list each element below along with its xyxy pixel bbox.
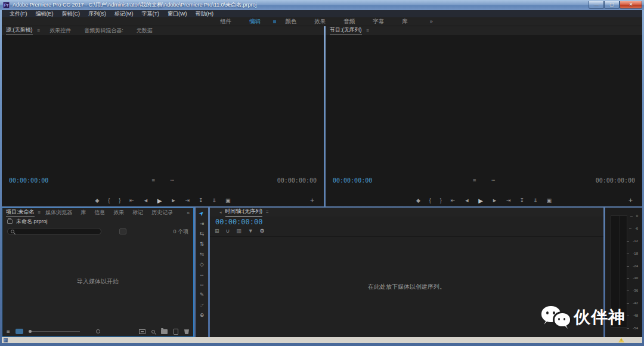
linked-selection-icon[interactable]: ▥ <box>236 228 242 234</box>
workspace-tab-titles[interactable]: 字幕 <box>373 18 384 26</box>
tab-media-browser[interactable]: 媒体浏览器 <box>45 209 72 217</box>
tab-metadata[interactable]: 元数据 <box>137 27 153 35</box>
tab-info[interactable]: 信息 <box>94 209 105 217</box>
add-marker-icon[interactable]: ▼ <box>248 228 253 234</box>
program-current-timecode[interactable]: 00:00:00:00 <box>333 177 372 184</box>
hand-tool[interactable]: ☞ <box>199 302 204 308</box>
go-to-in-button[interactable]: ⇤ <box>129 197 134 203</box>
export-frame-button[interactable]: ▣ <box>547 197 552 203</box>
new-bin-icon[interactable] <box>161 329 168 334</box>
panel-menu-icon[interactable]: ≡ <box>38 28 41 33</box>
tab-source[interactable]: 源:(无剪辑) <box>6 26 33 35</box>
play-button[interactable]: ▶ <box>157 197 162 204</box>
workspace-overflow-icon[interactable]: » <box>430 18 433 24</box>
monitor-settings-icon[interactable]: ≡ <box>152 177 155 183</box>
icon-view-button[interactable] <box>16 329 23 334</box>
nest-insert-icon[interactable]: ⊞ <box>215 228 219 234</box>
menu-title[interactable]: 字幕(T) <box>138 10 164 17</box>
delete-icon[interactable] <box>184 329 189 334</box>
rolling-edit-tool[interactable]: ⇅ <box>200 241 205 247</box>
project-empty-area[interactable]: 导入媒体以开始 <box>2 237 193 326</box>
monitor-more-icon[interactable]: ⋯ <box>171 177 174 183</box>
workspace-tab-color[interactable]: 颜色 <box>285 18 296 26</box>
add-marker-button[interactable]: ◆ <box>416 197 420 203</box>
minimize-button[interactable]: — <box>589 1 604 9</box>
menu-edit[interactable]: 编辑(E) <box>32 10 58 17</box>
source-current-timecode[interactable]: 00:00:00:00 <box>9 177 48 184</box>
ripple-edit-tool[interactable]: ⇆ <box>200 231 205 237</box>
step-forward-button[interactable]: ► <box>171 197 177 203</box>
workspace-tab-effects[interactable]: 效果 <box>314 18 326 26</box>
workspace-tab-assembly[interactable]: 组件 <box>220 18 231 26</box>
overwrite-button[interactable]: ⇓ <box>212 197 217 203</box>
tab-markers[interactable]: 标记 <box>132 209 143 217</box>
add-marker-button[interactable]: ◆ <box>95 197 99 203</box>
thumbnail-zoom-slider[interactable] <box>29 330 80 333</box>
tab-history[interactable]: 历史记录 <box>151 209 173 217</box>
extract-button[interactable]: ⇓ <box>533 197 538 203</box>
workspace-tab-menu-icon[interactable] <box>273 20 276 23</box>
go-to-out-button[interactable]: ⇥ <box>506 197 511 203</box>
workspace-tab-audio[interactable]: 音频 <box>343 18 355 26</box>
button-editor-plus[interactable]: + <box>310 196 314 205</box>
slide-tool[interactable]: ⇔ <box>199 282 205 288</box>
play-button[interactable]: ▶ <box>478 197 483 204</box>
monitor-settings-icon[interactable]: ≡ <box>473 177 476 183</box>
automate-to-sequence-icon[interactable] <box>139 329 145 334</box>
menu-clip[interactable]: 剪辑(C) <box>58 10 85 17</box>
tab-audio-clip-mixer[interactable]: 音频剪辑混合器: <box>84 27 123 35</box>
tab-timeline[interactable]: 时间轴:(无序列) <box>225 208 263 217</box>
project-search-box[interactable] <box>7 228 101 235</box>
rate-stretch-tool[interactable]: ⇋ <box>200 251 205 257</box>
filter-bin-icon[interactable] <box>119 228 126 234</box>
step-back-button[interactable]: ◄ <box>143 197 148 203</box>
panel-overflow-icon[interactable]: » <box>187 210 190 216</box>
new-item-icon[interactable] <box>174 329 178 335</box>
menu-help[interactable]: 帮助(H) <box>191 10 218 17</box>
list-view-button[interactable]: ≡ <box>7 329 10 335</box>
pen-tool[interactable]: ✎ <box>200 292 205 298</box>
project-file-name[interactable]: 未命名.prproj <box>16 218 48 225</box>
selection-tool[interactable]: ➤ <box>198 209 206 217</box>
razor-tool[interactable]: ◇ <box>200 261 204 267</box>
track-select-forward-tool[interactable]: ⇥ <box>200 221 205 227</box>
step-back-button[interactable]: ◄ <box>464 197 469 203</box>
go-to-out-button[interactable]: ⇥ <box>185 197 190 203</box>
tab-libraries[interactable]: 库 <box>80 209 86 217</box>
find-icon[interactable] <box>151 330 155 333</box>
step-forward-button[interactable]: ► <box>492 197 497 203</box>
snap-icon[interactable]: ∪ <box>226 228 230 234</box>
insert-button[interactable]: ↧ <box>199 197 203 203</box>
tab-program[interactable]: 节目:(无序列) <box>330 26 362 35</box>
menu-file[interactable]: 文件(F) <box>5 10 32 17</box>
tab-effect-controls[interactable]: 效果控件 <box>49 27 71 35</box>
menu-window[interactable]: 窗口(W) <box>163 10 191 17</box>
lift-button[interactable]: ↧ <box>519 197 524 203</box>
mark-in-button[interactable]: { <box>108 197 110 203</box>
go-to-in-button[interactable]: ⇤ <box>451 197 456 203</box>
close-button[interactable]: ✕ <box>620 1 642 9</box>
panel-menu-icon[interactable]: ≡ <box>367 28 370 33</box>
mark-in-button[interactable]: { <box>429 197 431 203</box>
panel-menu-icon[interactable]: ≡ <box>38 210 41 215</box>
panel-menu-icon[interactable]: ≡ <box>266 209 269 215</box>
workspace-tab-editing[interactable]: 编辑 <box>249 18 261 26</box>
events-warning-icon[interactable] <box>618 338 624 342</box>
slip-tool[interactable]: ↔ <box>199 271 205 277</box>
tab-effects[interactable]: 效果 <box>113 209 124 217</box>
sort-icons-button[interactable] <box>96 329 100 333</box>
maximize-button[interactable]: ▢ <box>604 1 620 9</box>
export-frame-button[interactable]: ▣ <box>225 197 231 203</box>
menu-sequence[interactable]: 序列(S) <box>84 10 110 17</box>
button-editor-plus[interactable]: + <box>628 196 633 205</box>
workspace-tab-libraries[interactable]: 库 <box>402 18 408 26</box>
tab-project[interactable]: 项目:未命名 <box>6 208 35 217</box>
monitor-more-icon[interactable]: ⋯ <box>492 177 495 183</box>
project-search-input[interactable] <box>17 228 94 234</box>
mark-out-button[interactable]: } <box>119 197 120 203</box>
menu-marker[interactable]: 标记(M) <box>110 10 138 17</box>
mark-out-button[interactable]: } <box>440 197 442 203</box>
timeline-playhead-timecode[interactable]: 00:00:00:00 <box>215 218 262 226</box>
timeline-display-settings-icon[interactable]: ⚙ <box>260 228 265 234</box>
zoom-tool[interactable]: ⊕ <box>200 312 205 318</box>
